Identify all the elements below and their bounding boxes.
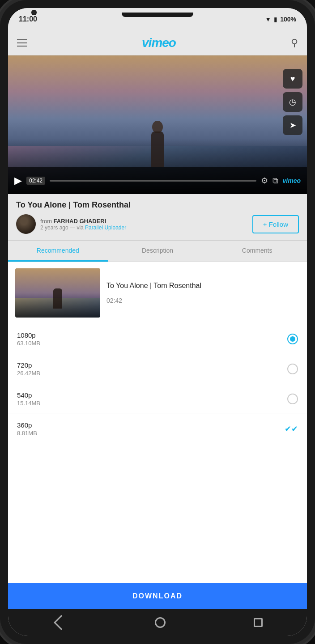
battery-level: 100% — [280, 16, 296, 23]
download-video-preview: To You Alone | Tom Rosenthal 02:42 — [8, 262, 307, 324]
from-label: from FARHAD GHADERI — [40, 218, 126, 225]
video-time-badge: 02:42 — [26, 177, 45, 185]
quality-item-720p[interactable]: 720p 26.42MB — [8, 354, 307, 384]
quality-item-540p[interactable]: 540p 15.14MB — [8, 384, 307, 414]
quality-size-360p: 8.81MB — [17, 430, 37, 436]
search-icon[interactable]: ⚲ — [291, 37, 298, 49]
quality-info-720p: 720p 26.42MB — [17, 361, 40, 377]
download-button-wrap: DOWNLOAD — [8, 583, 307, 609]
recents-button[interactable] — [254, 618, 263, 627]
channel-name: FARHAD GHADERI — [54, 218, 106, 225]
meta-text: from FARHAD GHADERI 2 years ago — via Pa… — [40, 218, 126, 231]
hamburger-button[interactable] — [17, 39, 27, 47]
time-via: 2 years ago — via Parallel Uploader — [40, 225, 126, 231]
side-actions: ♥ ◷ ➤ — [283, 69, 302, 135]
radio-dot-1080p — [290, 336, 295, 342]
status-bar: 11:00 ▼ ▮ 100% — [8, 8, 307, 30]
preview-info: To You Alone | Tom Rosenthal 02:42 — [106, 282, 201, 304]
avatar[interactable] — [16, 214, 36, 234]
radio-720p[interactable] — [287, 364, 298, 374]
back-button[interactable] — [54, 615, 69, 630]
preview-thumbnail — [15, 268, 100, 318]
tab-description[interactable]: Description — [108, 241, 208, 262]
quality-size-540p: 15.14MB — [17, 400, 40, 407]
quality-label-540p: 540p — [17, 391, 40, 399]
quality-label-360p: 360p — [17, 421, 37, 429]
play-button[interactable]: ▶ — [14, 175, 22, 186]
home-button[interactable] — [155, 617, 166, 628]
video-title: To You Alone | Tom Rosenthal — [16, 200, 299, 210]
tabs-row: Recommended Description Comments — [8, 241, 307, 262]
bottom-nav — [8, 609, 307, 636]
quality-info-360p: 360p 8.81MB — [17, 421, 37, 436]
battery-icon: ▮ — [274, 16, 277, 23]
vimeo-logo[interactable]: vimeo — [142, 36, 176, 50]
quality-info-1080p: 1080p 63.10MB — [17, 331, 40, 347]
video-meta: from FARHAD GHADERI 2 years ago — via Pa… — [16, 214, 299, 234]
top-nav: vimeo ⚲ — [8, 30, 307, 55]
quality-label-1080p: 1080p — [17, 331, 40, 339]
video-player[interactable]: ♥ ◷ ➤ ▶ 02:42 ⚙ ⧉ vimeo — [8, 55, 307, 194]
vimeo-watermark: vimeo — [283, 177, 301, 184]
quality-label-720p: 720p — [17, 361, 40, 369]
watchlater-button[interactable]: ◷ — [283, 92, 302, 112]
quality-size-1080p: 63.10MB — [17, 340, 40, 347]
tab-comments[interactable]: Comments — [207, 241, 307, 262]
status-time: 11:00 — [19, 15, 37, 23]
follow-button[interactable]: + Follow — [252, 215, 299, 233]
video-controls: ▶ 02:42 ⚙ ⧉ vimeo — [8, 167, 307, 194]
download-panel: To You Alone | Tom Rosenthal 02:42 1080p… — [8, 262, 307, 609]
quality-list: 1080p 63.10MB 720p 26.42MB — [8, 324, 307, 583]
progress-bar[interactable] — [50, 180, 256, 182]
settings-icon[interactable]: ⚙ — [261, 176, 268, 186]
quality-info-540p: 540p 15.14MB — [17, 391, 40, 407]
meta-left: from FARHAD GHADERI 2 years ago — via Pa… — [16, 214, 126, 234]
tab-recommended[interactable]: Recommended — [8, 241, 108, 262]
quality-item-360p[interactable]: 360p 8.81MB ✔✔ — [8, 414, 307, 444]
download-button[interactable]: DOWNLOAD — [8, 583, 307, 609]
download-check-360p: ✔✔ — [285, 424, 298, 434]
video-info: To You Alone | Tom Rosenthal from FARHAD… — [8, 194, 307, 241]
video-figure — [144, 114, 171, 167]
quality-size-720p: 26.42MB — [17, 370, 40, 377]
wifi-icon: ▼ — [265, 16, 271, 23]
preview-duration: 02:42 — [106, 297, 201, 304]
share-button[interactable]: ➤ — [283, 115, 302, 135]
via-uploader: Parallel Uploader — [85, 225, 126, 231]
fullscreen-icon[interactable]: ⧉ — [272, 176, 278, 186]
like-button[interactable]: ♥ — [283, 69, 302, 89]
radio-1080p[interactable] — [287, 334, 298, 344]
radio-540p[interactable] — [287, 394, 298, 404]
status-icons: ▼ ▮ 100% — [265, 16, 296, 23]
quality-item-1080p[interactable]: 1080p 63.10MB — [8, 324, 307, 354]
preview-title: To You Alone | Tom Rosenthal — [106, 282, 201, 290]
